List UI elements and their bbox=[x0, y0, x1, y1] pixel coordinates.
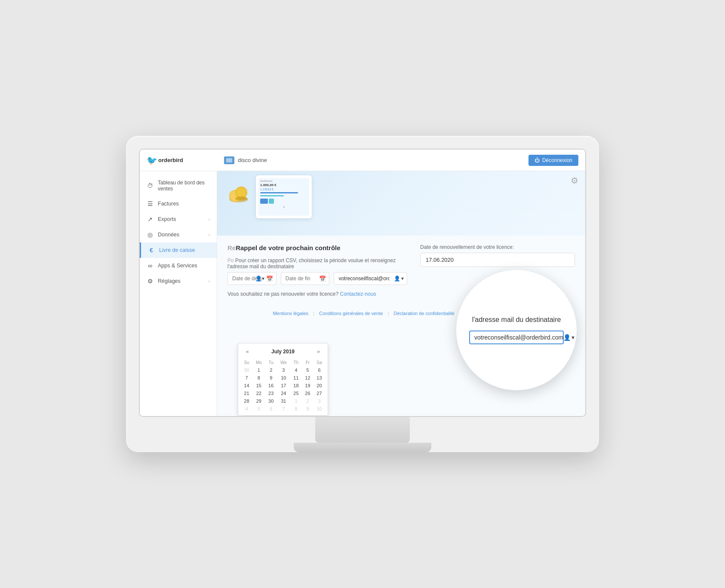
calendar-day-cell[interactable]: 24 bbox=[277, 389, 290, 397]
magnifier-input-wrapper: votreconseilfiscal@orderbird.com 👤 ▾ bbox=[469, 331, 564, 344]
sidebar-item-invoices[interactable]: ☰ Factures bbox=[140, 196, 217, 211]
calendar-day-cell[interactable]: 25 bbox=[290, 389, 302, 397]
venue-icon bbox=[224, 156, 234, 164]
svg-point-6 bbox=[235, 196, 247, 201]
end-date-wrapper: 📅 bbox=[281, 272, 330, 285]
calendar-day-cell[interactable]: 1 bbox=[252, 366, 265, 374]
sidebar-label-exports: Exports bbox=[158, 216, 176, 222]
calendar-day-cell[interactable]: 5 bbox=[302, 366, 313, 374]
calendar-day-cell[interactable]: 15 bbox=[252, 382, 265, 389]
license-label: Date de renouvellement de votre licence: bbox=[420, 244, 575, 250]
calendar-day-cell[interactable]: 30 bbox=[265, 397, 277, 405]
data-icon: ◎ bbox=[147, 231, 154, 238]
calendar-day-cell[interactable]: 11 bbox=[290, 374, 302, 382]
livre-icon: € bbox=[148, 247, 155, 254]
footer-link-cgv[interactable]: Conditions générales de vente bbox=[319, 311, 383, 316]
svg-point-5 bbox=[236, 187, 246, 198]
user-dropdown-start[interactable]: 👤▾ bbox=[255, 276, 264, 282]
calendar-day-cell[interactable]: 19 bbox=[302, 382, 313, 389]
calendar-week-row: 45678910 bbox=[241, 405, 325, 413]
calendar-day-cell[interactable]: 7 bbox=[277, 405, 290, 413]
calendar-day-cell[interactable]: 12 bbox=[302, 374, 313, 382]
calendar-day-cell[interactable]: 4 bbox=[241, 405, 252, 413]
calendar-day-cell[interactable]: 8 bbox=[290, 405, 302, 413]
calendar-day-cell[interactable]: 10 bbox=[277, 374, 290, 382]
calendar-prev-button[interactable]: « bbox=[243, 348, 252, 355]
calendar-day-cell[interactable]: 27 bbox=[313, 389, 325, 397]
hero-banner: dashboard 1.000,00 € 1.23519 € bbox=[217, 171, 585, 236]
calendar-day-header: Sa bbox=[313, 359, 325, 366]
calendar-day-cell[interactable]: 6 bbox=[313, 366, 325, 374]
calendar-day-cell[interactable]: 9 bbox=[302, 405, 313, 413]
footer-link-mentions[interactable]: Mentions légales bbox=[273, 311, 308, 316]
logo: 🐦 orderbird bbox=[147, 155, 224, 165]
chevron-right-icon-3: › bbox=[209, 279, 210, 284]
footer-link-privacy[interactable]: Déclaration de confidentialité bbox=[394, 311, 455, 316]
calendar-next-button[interactable]: » bbox=[314, 348, 323, 355]
contact-link[interactable]: Contactez-nous bbox=[340, 291, 376, 297]
calendar-day-cell[interactable]: 31 bbox=[277, 397, 290, 405]
coins-graphic bbox=[226, 180, 252, 207]
user-icon: 👤 bbox=[563, 334, 571, 341]
settings-gear-icon[interactable]: ⚙ bbox=[571, 175, 578, 186]
monitor: 🐦 orderbird disco divine ⏻ Déconnexion bbox=[126, 136, 599, 452]
calendar-icon-start: 📅 bbox=[266, 276, 273, 282]
calendar-month-year: July 2019 bbox=[271, 349, 295, 355]
calendar-body: 3012345678910111213141516171819202122232… bbox=[241, 366, 325, 413]
calendar-day-cell[interactable]: 23 bbox=[265, 389, 277, 397]
calendar-day-cell[interactable]: 17 bbox=[277, 382, 290, 389]
page-title: ReRappel de votre prochain contrôle bbox=[227, 244, 407, 251]
renew-section: Vous souhaitez ne pas renouveler votre l… bbox=[227, 291, 407, 297]
calendar-day-cell[interactable]: 18 bbox=[290, 382, 302, 389]
calendar-day-cell[interactable]: 30 bbox=[241, 366, 252, 374]
calendar-day-header: Su bbox=[241, 359, 252, 366]
calendar-day-cell[interactable]: 26 bbox=[302, 389, 313, 397]
calendar-day-cell[interactable]: 8 bbox=[252, 374, 265, 382]
calendar-day-cell[interactable]: 9 bbox=[265, 374, 277, 382]
csv-label: Po Pour créer un rapport CSV, choisissez… bbox=[227, 257, 407, 270]
calendar-day-cell[interactable]: 10 bbox=[313, 405, 325, 413]
sidebar-item-dashboard[interactable]: ⏱ Tableau de bord des ventes bbox=[140, 175, 217, 196]
sidebar-item-settings[interactable]: ⚙ Réglages › bbox=[140, 273, 217, 289]
sidebar-label-dashboard: Tableau de bord des ventes bbox=[158, 180, 210, 192]
power-icon: ⏻ bbox=[535, 157, 540, 163]
invoices-icon: ☰ bbox=[147, 200, 154, 207]
calendar-day-cell[interactable]: 29 bbox=[252, 397, 265, 405]
calendar-day-cell[interactable]: 22 bbox=[252, 389, 265, 397]
calendar-day-cell[interactable]: 14 bbox=[241, 382, 252, 389]
logout-button[interactable]: ⏻ Déconnexion bbox=[528, 155, 578, 166]
calendar-day-cell[interactable]: 28 bbox=[241, 397, 252, 405]
calendar-day-cell[interactable]: 21 bbox=[241, 389, 252, 397]
sidebar-item-apps[interactable]: ∞ Apps & Services bbox=[140, 258, 217, 273]
sidebar-label-livre: Livre de caisse bbox=[159, 247, 195, 253]
monitor-screen: 🐦 orderbird disco divine ⏻ Déconnexion bbox=[139, 149, 586, 417]
main-layout: ⏱ Tableau de bord des ventes ☰ Factures … bbox=[140, 171, 585, 416]
sidebar-item-livre[interactable]: € Livre de caisse bbox=[140, 242, 217, 258]
calendar-day-cell[interactable]: 16 bbox=[265, 382, 277, 389]
left-column: ReRappel de votre prochain contrôle Po P… bbox=[227, 244, 407, 297]
sidebar-label-data: Données bbox=[158, 232, 179, 238]
calendar-day-cell[interactable]: 20 bbox=[313, 382, 325, 389]
calendar-day-cell[interactable]: 3 bbox=[277, 366, 290, 374]
calendar-day-cell[interactable]: 5 bbox=[252, 405, 265, 413]
license-date: 17.06.2020 bbox=[420, 253, 575, 267]
calendar-day-cell[interactable]: 2 bbox=[265, 366, 277, 374]
content-area: dashboard 1.000,00 € 1.23519 € bbox=[217, 171, 585, 416]
calendar-day-cell[interactable]: 1 bbox=[290, 397, 302, 405]
calendar-day-cell[interactable]: 13 bbox=[313, 374, 325, 382]
sidebar-item-exports[interactable]: ↗ Exports › bbox=[140, 211, 217, 227]
calendar-week-row: 14151617181920 bbox=[241, 382, 325, 389]
calendar-day-cell[interactable]: 2 bbox=[302, 397, 313, 405]
csv-inputs: 📅 👤▾ 📅 👤▾ bbox=[227, 272, 407, 285]
sidebar: ⏱ Tableau de bord des ventes ☰ Factures … bbox=[140, 171, 217, 416]
calendar-day-cell[interactable]: 4 bbox=[290, 366, 302, 374]
calendar-day-header: Mo bbox=[252, 359, 265, 366]
sidebar-item-data[interactable]: ◎ Données › bbox=[140, 227, 217, 242]
tablet-amount2: 1.23519 € bbox=[260, 188, 307, 191]
calendar-day-cell[interactable]: 3 bbox=[313, 397, 325, 405]
calendar-day-header: Th bbox=[290, 359, 302, 366]
calendar-day-cell[interactable]: 6 bbox=[265, 405, 277, 413]
magnifier-circle: l'adresse mail du destinataire votrecons… bbox=[456, 270, 577, 390]
calendar-grid: SuMoTuWeThFrSa 3012345678910111213141516… bbox=[241, 359, 325, 413]
calendar-day-cell[interactable]: 7 bbox=[241, 374, 252, 382]
